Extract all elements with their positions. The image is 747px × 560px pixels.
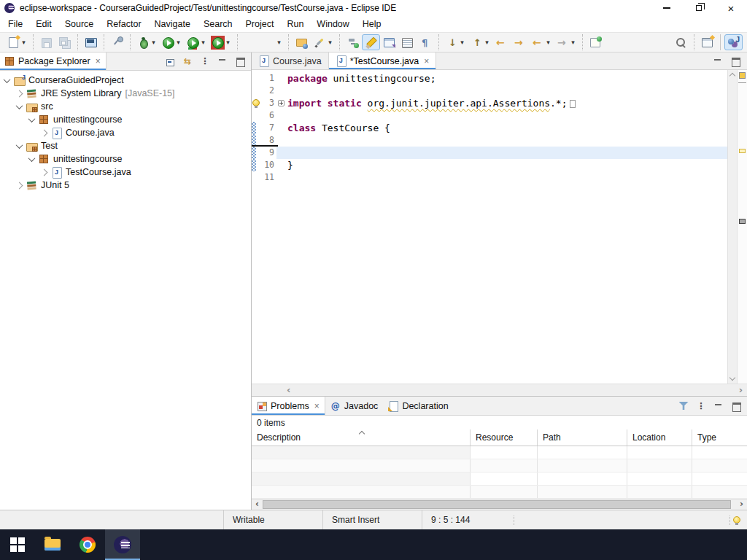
chevron-down-icon[interactable] — [4, 76, 11, 83]
chevron-down-icon[interactable] — [16, 102, 23, 109]
save-all-button[interactable] — [55, 34, 74, 50]
menu-help[interactable]: Help — [356, 18, 388, 31]
console-button[interactable] — [82, 34, 100, 50]
minimize-button[interactable] — [711, 54, 725, 69]
dropdown-arrow-icon[interactable] — [175, 34, 182, 50]
menu-file[interactable]: File — [1, 18, 29, 31]
code-line-7[interactable]: 7class TestCourse { — [252, 122, 727, 134]
declaration-tab[interactable]: Declaration — [383, 397, 453, 415]
code-line-2[interactable]: 2 — [252, 85, 727, 97]
eclipse-taskbar-button[interactable] — [105, 529, 140, 560]
whitespace-button[interactable] — [417, 34, 435, 50]
collapse-all-button[interactable] — [163, 54, 177, 69]
code-editor[interactable]: 1package unittestingcourse;23import stat… — [252, 70, 727, 384]
dropdown-arrow-icon[interactable] — [150, 34, 157, 50]
maximize-button[interactable] — [233, 54, 247, 69]
column-header-path[interactable]: Path — [538, 429, 627, 446]
dropdown-arrow-icon[interactable] — [20, 34, 27, 50]
new-java-class-button[interactable] — [260, 34, 285, 50]
maximize-button[interactable] — [729, 399, 743, 413]
code-line-1[interactable]: 1package unittestingcourse; — [252, 72, 727, 85]
dropdown-arrow-icon[interactable] — [327, 34, 333, 50]
menu-refactor[interactable]: Refactor — [100, 18, 147, 31]
close-view-icon[interactable]: × — [96, 56, 101, 66]
code-line-11[interactable]: 11 — [252, 171, 727, 184]
menu-run[interactable]: Run — [280, 18, 310, 31]
chevron-right-icon[interactable] — [16, 90, 23, 97]
menu-window[interactable]: Window — [310, 18, 355, 31]
warning-marker[interactable] — [739, 149, 746, 153]
view-menu-button[interactable] — [694, 399, 708, 413]
window-restore-button[interactable] — [683, 0, 715, 16]
tree-item-src[interactable]: src — [0, 100, 251, 113]
code-line-3[interactable]: 3import static org.junit.jupiter.api.Ass… — [252, 97, 727, 109]
java-perspective-button[interactable] — [724, 34, 743, 50]
column-header-resource[interactable]: Resource — [471, 429, 538, 446]
column-header-location[interactable]: Location — [627, 429, 692, 446]
forward-button[interactable] — [554, 34, 578, 50]
coverage-button[interactable] — [184, 34, 209, 50]
maximize-button[interactable] — [728, 54, 743, 69]
tree-item-testcourse-java[interactable]: TestCourse.java — [0, 166, 251, 179]
tree-item-junit-5[interactable]: JUnit 5 — [0, 179, 251, 192]
fold-collapsed-icon[interactable] — [278, 100, 285, 106]
open-task-button[interactable] — [311, 34, 336, 50]
tree-item-unittestingcourse[interactable]: unittestingcourse — [0, 152, 251, 166]
highlight-button[interactable] — [362, 34, 380, 50]
dropdown-arrow-icon[interactable] — [276, 34, 282, 50]
column-header-type[interactable]: Type — [692, 429, 747, 446]
editor-vscrollbar[interactable] — [727, 70, 737, 384]
window-minimize-button[interactable] — [651, 0, 683, 16]
tree-item-course-java[interactable]: Course.java — [0, 126, 251, 139]
search-button[interactable] — [672, 34, 690, 50]
code-line-8[interactable]: 8 — [252, 134, 727, 147]
tree-item-courseraguidedproject[interactable]: CourseraGuidedProject — [0, 74, 251, 87]
chevron-down-icon[interactable] — [16, 141, 23, 149]
problems-tab[interactable]: Problems × — [252, 397, 325, 415]
dropdown-arrow-icon[interactable] — [484, 34, 490, 50]
tree-item-unittestingcourse[interactable]: unittestingcourse — [0, 113, 251, 126]
tree-item-test[interactable]: Test — [0, 139, 251, 152]
save-button[interactable] — [37, 34, 55, 50]
problems-hscrollbar[interactable] — [252, 499, 747, 510]
chevron-right-icon[interactable] — [16, 182, 23, 189]
file-explorer-button[interactable] — [35, 529, 70, 560]
tree-item-jre-system-library[interactable]: JRE System Library[JavaSE-15] — [0, 87, 251, 100]
window-close-button[interactable]: × — [715, 0, 747, 16]
menu-edit[interactable]: Edit — [29, 18, 58, 31]
chrome-button[interactable] — [70, 529, 105, 560]
editor-tab-course[interactable]: Course.java — [252, 52, 329, 69]
mark-occurrences-button[interactable] — [344, 34, 362, 50]
menu-navigate[interactable]: Navigate — [148, 18, 197, 31]
new-java-package-button[interactable] — [241, 34, 260, 50]
editor-tab-testcourse[interactable]: *TestCourse.java × — [329, 52, 437, 69]
pin-editor-button[interactable] — [587, 34, 605, 50]
dropdown-arrow-icon[interactable] — [545, 34, 551, 50]
open-perspective-button[interactable] — [698, 34, 716, 50]
overview-ruler[interactable] — [737, 70, 747, 384]
debug-button[interactable] — [134, 34, 159, 50]
notification-lightbulb-icon[interactable] — [733, 516, 740, 524]
code-line-9[interactable]: 9 — [252, 147, 727, 159]
cursor-marker[interactable] — [739, 219, 746, 224]
back-button[interactable] — [529, 34, 554, 50]
code-line-10[interactable]: 10} — [252, 159, 727, 171]
folded-code-indicator[interactable] — [570, 100, 576, 108]
dropdown-arrow-icon[interactable] — [570, 34, 576, 50]
open-type-button[interactable] — [293, 34, 311, 50]
chevron-right-icon[interactable] — [41, 129, 48, 136]
menu-project[interactable]: Project — [239, 18, 281, 31]
scrollbar-thumb[interactable] — [263, 500, 731, 509]
minimize-button[interactable] — [215, 54, 230, 69]
code-line-6[interactable]: 6 — [252, 109, 727, 122]
column-header-description[interactable]: Description — [252, 429, 471, 446]
link-editor-button[interactable] — [180, 54, 195, 69]
new-button[interactable] — [4, 34, 29, 50]
next-annotation-button[interactable] — [443, 34, 468, 50]
show-selected-element-button[interactable] — [398, 34, 417, 50]
editor-hscrollbar[interactable] — [252, 384, 747, 396]
profile-button[interactable] — [209, 34, 233, 50]
pin-tool-button[interactable] — [108, 34, 126, 50]
minimize-button[interactable] — [711, 399, 726, 413]
view-menu-button[interactable] — [198, 54, 212, 69]
